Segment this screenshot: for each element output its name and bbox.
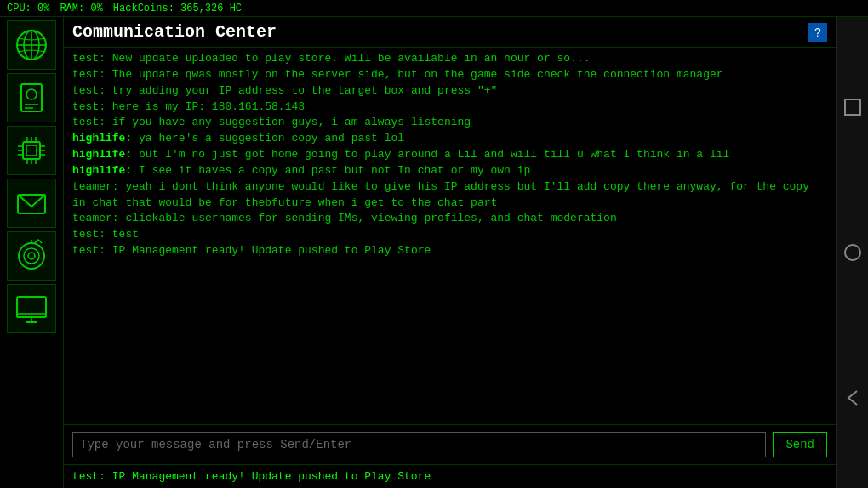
- message-line: highlife: I see it haves a copy and past…: [72, 163, 827, 179]
- message-line: test: try adding your IP address to the …: [72, 83, 827, 99]
- message-line: test: test: [72, 227, 827, 243]
- svg-rect-8: [23, 142, 40, 159]
- message-username[interactable]: highlife: [72, 132, 125, 145]
- svg-point-23: [19, 243, 44, 269]
- message-username[interactable]: test: [72, 244, 99, 257]
- svg-point-32: [845, 245, 860, 260]
- message-username[interactable]: test: [72, 52, 99, 65]
- svg-point-25: [28, 253, 35, 259]
- message-username[interactable]: highlife: [72, 148, 125, 161]
- circle-button[interactable]: [840, 240, 865, 265]
- message-line: test: IP Management ready! Update pushed…: [72, 243, 827, 259]
- globe-icon[interactable]: [7, 20, 56, 70]
- message-line: test: if you have any suggestion guys, i…: [72, 115, 827, 131]
- svg-rect-9: [26, 145, 37, 156]
- message-line: test: New update uploaded to play store.…: [72, 51, 827, 67]
- svg-rect-28: [17, 314, 46, 317]
- message-line: test: here is my IP: 180.161.58.143: [72, 99, 827, 116]
- center-content: Communication Center ? test: New update …: [64, 17, 836, 488]
- square-button[interactable]: [840, 94, 865, 120]
- input-area: Send: [64, 424, 836, 464]
- svg-point-24: [24, 248, 39, 264]
- svg-rect-4: [21, 84, 42, 111]
- svg-point-5: [26, 89, 37, 99]
- send-button[interactable]: Send: [773, 432, 827, 457]
- message-line: highlife: but I'm no just got home going…: [72, 147, 827, 163]
- bottom-status: test: IP Management ready! Update pushed…: [64, 464, 836, 488]
- bottom-status-text: test: IP Management ready! Update pushed…: [72, 470, 431, 483]
- ram-status: RAM: 0%: [60, 3, 102, 14]
- status-bar: CPU: 0% RAM: 0% HackCoins: 365,326 HC: [0, 0, 868, 17]
- message-username[interactable]: test: [72, 84, 99, 97]
- message-line: test: The update qwas mostly on the serv…: [72, 67, 827, 83]
- chip-icon[interactable]: [7, 126, 56, 175]
- message-username[interactable]: teamer: [72, 180, 112, 193]
- message-line: teamer: clickable usernames for sending …: [72, 211, 827, 227]
- chat-title: Communication Center: [72, 22, 277, 42]
- left-sidebar: [0, 17, 64, 488]
- chat-header: Communication Center ?: [64, 17, 836, 48]
- message-username[interactable]: teamer: [72, 212, 112, 224]
- message-username[interactable]: test: [72, 228, 99, 241]
- message-line: teamer: yeah i dont think anyone would l…: [72, 179, 827, 212]
- target-icon[interactable]: [7, 231, 56, 281]
- message-username[interactable]: test: [72, 116, 99, 128]
- message-username[interactable]: test: [72, 100, 99, 113]
- back-button[interactable]: [840, 385, 865, 411]
- message-line: highlife: ya here's a suggestion copy an…: [72, 131, 827, 147]
- svg-rect-31: [845, 99, 860, 115]
- monitor-icon[interactable]: [7, 284, 56, 333]
- chat-messages[interactable]: test: New update uploaded to play store.…: [64, 48, 836, 424]
- document-icon[interactable]: [7, 73, 56, 122]
- message-input[interactable]: [72, 432, 766, 457]
- envelope-icon[interactable]: [7, 179, 56, 228]
- cpu-status: CPU: 0%: [7, 3, 49, 14]
- message-username[interactable]: highlife: [72, 164, 125, 177]
- main-layout: Communication Center ? test: New update …: [0, 17, 868, 488]
- right-sidebar: [836, 17, 868, 488]
- help-button[interactable]: ?: [808, 23, 827, 42]
- hackcoins-status: HackCoins: 365,326 HC: [113, 3, 242, 14]
- message-username[interactable]: test: [72, 68, 99, 81]
